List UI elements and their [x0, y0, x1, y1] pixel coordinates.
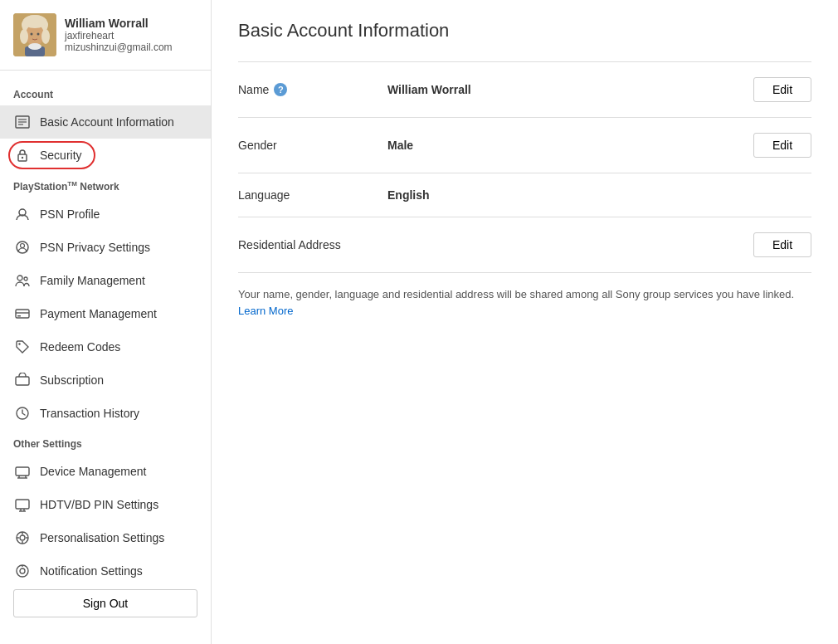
- sidebar-item-psn-privacy[interactable]: PSN Privacy Settings: [0, 231, 211, 264]
- gender-label: Gender: [238, 139, 387, 152]
- tv-icon: [13, 495, 32, 514]
- psn-profile-label: PSN Profile: [40, 207, 100, 221]
- payment-management-label: Payment Management: [40, 307, 157, 320]
- sidebar-item-personalisation[interactable]: Personalisation Settings: [0, 521, 211, 554]
- person-icon: [13, 205, 32, 223]
- svg-point-18: [21, 244, 25, 248]
- sidebar-item-redeem-codes[interactable]: Redeem Codes: [0, 330, 211, 363]
- svg-point-3: [20, 29, 28, 44]
- basic-account-info-label: Basic Account Information: [40, 115, 174, 129]
- security-label: Security: [40, 149, 82, 162]
- sidebar-item-transaction-history[interactable]: Transaction History: [0, 397, 211, 430]
- name-row: Name ? William Worrall Edit: [238, 62, 811, 118]
- user-info: William Worrall jaxfireheart mizushinzui…: [65, 17, 173, 53]
- device-icon: [13, 462, 32, 481]
- transaction-history-label: Transaction History: [40, 407, 139, 420]
- name-edit-button[interactable]: Edit: [753, 77, 811, 102]
- gender-edit: Edit: [753, 133, 811, 158]
- svg-point-5: [23, 15, 46, 28]
- family-icon: [13, 271, 32, 290]
- svg-rect-25: [16, 377, 29, 385]
- svg-point-24: [18, 343, 20, 344]
- name-edit: Edit: [753, 77, 811, 102]
- family-management-label: Family Management: [40, 274, 145, 287]
- residential-address-edit: Edit: [753, 232, 811, 257]
- user-handle: jaxfireheart: [65, 30, 173, 41]
- svg-point-42: [20, 568, 25, 573]
- lock-icon: [13, 146, 32, 164]
- svg-rect-27: [16, 467, 29, 476]
- svg-point-19: [17, 276, 22, 281]
- psn-privacy-label: PSN Privacy Settings: [40, 241, 150, 254]
- name-value: William Worrall: [387, 83, 753, 96]
- sidebar-item-subscription[interactable]: Subscription: [0, 363, 211, 397]
- personalisation-icon: [13, 529, 32, 547]
- sidebar-item-notification[interactable]: Notification Settings: [0, 554, 211, 588]
- other-settings-label: Other Settings: [0, 433, 211, 455]
- hdtv-pin-label: HDTV/BD PIN Settings: [40, 498, 158, 511]
- gender-row: Gender Male Edit: [238, 118, 811, 173]
- svg-rect-21: [16, 310, 29, 318]
- psn-section-label: PlayStationTM Network: [0, 175, 211, 198]
- redeem-codes-label: Redeem Codes: [40, 340, 120, 354]
- account-section-label: Account: [0, 84, 211, 105]
- sidebar: William Worrall jaxfireheart mizushinzui…: [0, 0, 212, 644]
- history-icon: [13, 404, 32, 422]
- svg-rect-31: [16, 500, 29, 509]
- subscription-label: Subscription: [40, 373, 104, 387]
- tag-icon: [13, 338, 32, 356]
- svg-rect-23: [17, 315, 21, 317]
- language-row: Language English: [238, 173, 811, 217]
- main-content: Basic Account Information Name ? William…: [212, 0, 838, 644]
- residential-address-row: Residential Address Edit: [238, 217, 811, 273]
- sidebar-item-payment-management[interactable]: Payment Management: [0, 297, 211, 330]
- privacy-icon: [13, 238, 32, 256]
- sidebar-item-hdtv-pin[interactable]: HDTV/BD PIN Settings: [0, 488, 211, 521]
- language-value: English: [387, 188, 753, 202]
- personalisation-label: Personalisation Settings: [40, 531, 164, 544]
- list-icon: [13, 113, 32, 131]
- user-profile: William Worrall jaxfireheart mizushinzui…: [0, 13, 211, 71]
- residential-address-edit-button[interactable]: Edit: [753, 232, 811, 257]
- learn-more-link[interactable]: Learn More: [238, 305, 293, 317]
- device-management-label: Device Management: [40, 465, 146, 478]
- sidebar-item-device-management[interactable]: Device Management: [0, 455, 211, 488]
- sidebar-item-psn-profile[interactable]: PSN Profile: [0, 198, 211, 231]
- subscription-icon: [13, 371, 32, 389]
- gender-value: Male: [387, 139, 753, 152]
- footer-note-text: Your name, gender, language and resident…: [238, 286, 811, 303]
- credit-card-icon: [13, 305, 32, 323]
- info-section: Name ? William Worrall Edit Gender Male …: [238, 61, 811, 273]
- svg-point-41: [17, 565, 28, 577]
- sidebar-item-basic-account-info[interactable]: Basic Account Information: [0, 105, 211, 139]
- svg-point-8: [31, 33, 33, 36]
- name-help-icon[interactable]: ?: [274, 83, 287, 96]
- gender-edit-button[interactable]: Edit: [753, 133, 811, 158]
- svg-point-36: [20, 535, 25, 540]
- residential-address-label: Residential Address: [238, 238, 387, 251]
- notification-label: Notification Settings: [40, 564, 143, 578]
- svg-point-7: [28, 43, 41, 50]
- user-name: William Worrall: [65, 17, 173, 30]
- page-title: Basic Account Information: [238, 20, 811, 41]
- name-label: Name ?: [238, 83, 387, 96]
- user-email: mizushinzui@gmail.com: [65, 41, 173, 53]
- avatar: [13, 13, 56, 56]
- sidebar-item-security[interactable]: Security: [0, 139, 211, 172]
- svg-point-20: [24, 277, 27, 281]
- sign-out-button[interactable]: Sign Out: [13, 589, 197, 617]
- language-label: Language: [238, 188, 387, 202]
- sidebar-item-family-management[interactable]: Family Management: [0, 264, 211, 297]
- svg-point-9: [37, 33, 40, 36]
- svg-point-4: [41, 29, 50, 44]
- svg-point-15: [22, 157, 23, 159]
- footer-note: Your name, gender, language and resident…: [238, 273, 811, 325]
- notification-icon: [13, 562, 32, 580]
